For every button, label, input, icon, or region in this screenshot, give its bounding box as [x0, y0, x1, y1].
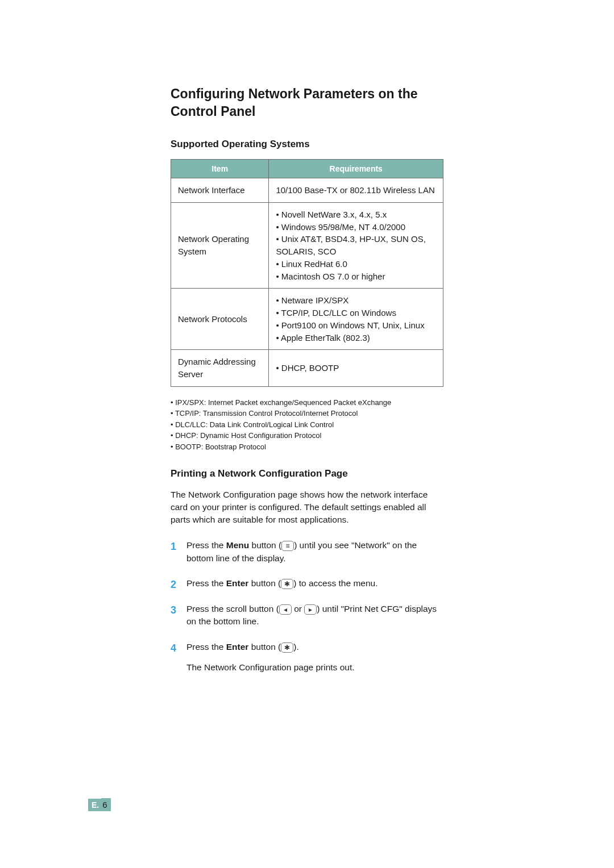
table-cell-item: Network Protocols — [171, 289, 269, 350]
table-cell-req: • DHCP, BOOTP — [269, 350, 443, 387]
step-bold: Menu — [226, 540, 249, 550]
table-header-requirements: Requirements — [269, 160, 443, 178]
step-text: button ( — [249, 540, 281, 550]
document-page: Configuring Network Parameters on the Co… — [0, 0, 614, 674]
step-bold: Enter — [226, 578, 249, 588]
right-arrow-icon: ▸ — [304, 604, 317, 615]
step-item: Press the Enter button (✱). The Network … — [171, 641, 443, 674]
page-title: Configuring Network Parameters on the Co… — [171, 85, 443, 120]
step-item: Press the scroll button (◂ or ▸) until "… — [171, 603, 443, 628]
step-text: Press the — [186, 540, 226, 550]
glossary-item: • BOOTP: Bootstrap Protocol — [171, 441, 443, 453]
supported-os-table: Item Requirements Network Interface 10/1… — [171, 159, 443, 387]
left-arrow-icon: ◂ — [279, 604, 292, 615]
step-item: Press the Menu button (≡) until you see … — [171, 539, 443, 565]
table-cell-req: 10/100 Base-TX or 802.11b Wireless LAN — [269, 178, 443, 203]
menu-icon: ≡ — [281, 541, 294, 551]
glossary-item: • IPX/SPX: Internet Packet exchange/Sequ… — [171, 397, 443, 408]
table-row: Network Protocols • Netware IPX/SPX • TC… — [171, 289, 443, 350]
table-row: Network Interface 10/100 Base-TX or 802.… — [171, 178, 443, 203]
section-heading-supported-os: Supported Operating Systems — [171, 139, 443, 150]
step-text: Press the scroll button ( — [186, 604, 279, 614]
glossary-item: • DHCP: Dynamic Host Configuration Proto… — [171, 430, 443, 441]
page-number: 6 — [101, 798, 110, 811]
enter-icon: ✱ — [281, 642, 293, 653]
step-text: button ( — [248, 578, 281, 588]
table-cell-req: • Netware IPX/SPX • TCP/IP, DLC/LLC on W… — [269, 289, 443, 350]
step-bold: Enter — [226, 642, 249, 652]
enter-icon: ✱ — [281, 579, 293, 589]
step-text: Press the — [186, 642, 226, 652]
steps-list: Press the Menu button (≡) until you see … — [171, 539, 443, 674]
page-number-badge: E.6 — [88, 798, 111, 811]
table-cell-item: Network Interface — [171, 178, 269, 203]
step-subtext: The Network Configuration page prints ou… — [186, 661, 443, 674]
step-text: ) to access the menu. — [293, 578, 377, 588]
table-cell-item: Network Operating System — [171, 202, 269, 289]
glossary-list: • IPX/SPX: Internet Packet exchange/Sequ… — [171, 397, 443, 453]
table-cell-req: • Novell NetWare 3.x, 4.x, 5.x • Windows… — [269, 202, 443, 289]
glossary-item: • TCP/IP: Transmission Control Protocol/… — [171, 408, 443, 419]
step-text: Press the — [186, 578, 226, 588]
glossary-item: • DLC/LLC: Data Link Control/Logical Lin… — [171, 419, 443, 431]
page-section-label: E. — [88, 799, 101, 811]
step-text: button ( — [248, 642, 281, 652]
table-cell-item: Dynamic Addressing Server — [171, 350, 269, 387]
table-row: Network Operating System • Novell NetWar… — [171, 202, 443, 289]
section-heading-print-config: Printing a Network Configuration Page — [171, 468, 443, 479]
step-text: or — [292, 604, 304, 614]
intro-paragraph: The Network Configuration page shows how… — [171, 489, 443, 525]
table-row: Dynamic Addressing Server • DHCP, BOOTP — [171, 350, 443, 387]
step-text: ). — [293, 642, 298, 652]
step-item: Press the Enter button (✱) to access the… — [171, 577, 443, 590]
table-header-item: Item — [171, 160, 269, 178]
